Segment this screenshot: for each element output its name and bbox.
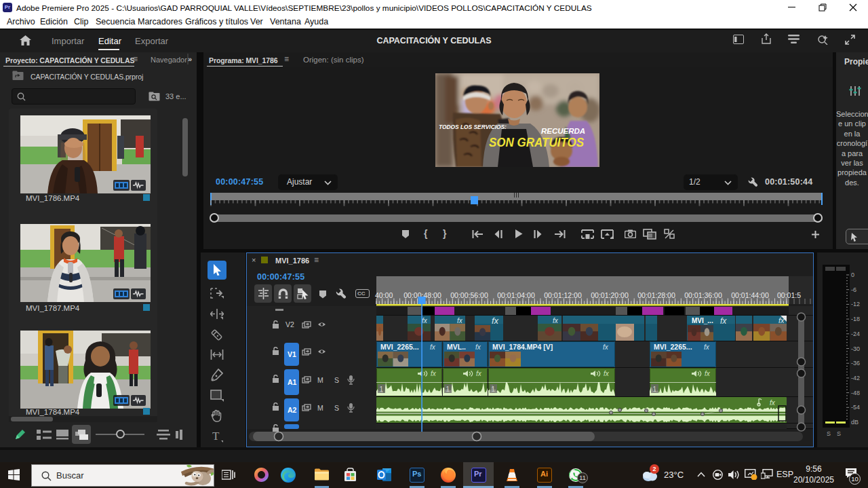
svg-text:00:01:5: 00:01:5 bbox=[777, 291, 801, 299]
svg-text:MVL..: MVL.. bbox=[447, 343, 466, 351]
svg-text:0: 0 bbox=[851, 271, 854, 278]
svg-text:-12: -12 bbox=[851, 301, 860, 307]
svg-text:1: 1 bbox=[653, 386, 657, 393]
svg-text:MVI_2265...: MVI_2265... bbox=[654, 343, 692, 351]
svg-text:00:01:44:00: 00:01:44:00 bbox=[731, 291, 769, 299]
svg-text:-42: -42 bbox=[851, 375, 860, 381]
svg-text:00:00:56:00: 00:00:56:00 bbox=[450, 291, 488, 299]
svg-text:S: S bbox=[334, 404, 339, 412]
svg-text:MVI_2265...: MVI_2265... bbox=[380, 343, 419, 351]
svg-text:00:01:04:00: 00:01:04:00 bbox=[497, 291, 535, 299]
svg-text:00:01:20:00: 00:01:20:00 bbox=[591, 291, 629, 299]
svg-text:fx: fx bbox=[704, 343, 710, 351]
svg-text:fx: fx bbox=[492, 316, 499, 326]
svg-text:1: 1 bbox=[380, 386, 384, 393]
svg-text:A2: A2 bbox=[288, 406, 297, 414]
svg-text:V2: V2 bbox=[285, 320, 294, 329]
svg-text:-6: -6 bbox=[851, 286, 856, 293]
svg-text:fx: fx bbox=[476, 370, 482, 377]
svg-text:MVI_1784.MP4 [V]: MVI_1784.MP4 [V] bbox=[492, 343, 553, 351]
svg-text:-48: -48 bbox=[851, 390, 860, 396]
svg-text:dB: dB bbox=[851, 419, 859, 426]
svg-text:RECUERDA: RECUERDA bbox=[541, 127, 585, 135]
svg-text:M: M bbox=[317, 376, 323, 384]
svg-text:-54: -54 bbox=[851, 404, 860, 411]
svg-text:fx: fx bbox=[422, 317, 428, 324]
svg-text:1: 1 bbox=[492, 386, 496, 393]
svg-text:-36: -36 bbox=[851, 360, 860, 367]
svg-text:fx: fx bbox=[603, 343, 609, 351]
svg-text:00:01:36:00: 00:01:36:00 bbox=[684, 291, 722, 299]
svg-text:fx: fx bbox=[431, 370, 437, 377]
svg-text:1: 1 bbox=[446, 386, 450, 393]
svg-text:-24: -24 bbox=[851, 331, 860, 337]
svg-text:fx: fx bbox=[705, 370, 711, 377]
svg-text:S: S bbox=[334, 376, 339, 384]
svg-text:40:00: 40:00 bbox=[375, 291, 393, 299]
svg-text:fx: fx bbox=[720, 316, 727, 326]
svg-text:-18: -18 bbox=[851, 316, 860, 322]
svg-text:fx: fx bbox=[604, 370, 610, 377]
svg-text:fx: fx bbox=[430, 343, 436, 351]
svg-text:fx: fx bbox=[553, 317, 559, 324]
svg-text:A1: A1 bbox=[288, 378, 297, 386]
svg-text:fx: fx bbox=[475, 343, 481, 351]
svg-text:fx: fx bbox=[770, 399, 776, 407]
svg-text:-30: -30 bbox=[851, 345, 860, 352]
svg-text:00:01:28:00: 00:01:28:00 bbox=[637, 291, 675, 299]
svg-text:V1: V1 bbox=[288, 350, 296, 358]
svg-text:T: T bbox=[212, 430, 220, 443]
svg-text:00:01:12:00: 00:01:12:00 bbox=[544, 291, 582, 299]
svg-text:MVI_...: MVI_... bbox=[692, 317, 713, 324]
svg-text:SON GRATUITOS: SON GRATUITOS bbox=[489, 136, 584, 149]
svg-text:M: M bbox=[317, 404, 323, 412]
svg-text:fx: fx bbox=[457, 317, 463, 324]
svg-text:TODOS LOS SERVICIOS:: TODOS LOS SERVICIOS: bbox=[439, 124, 507, 130]
